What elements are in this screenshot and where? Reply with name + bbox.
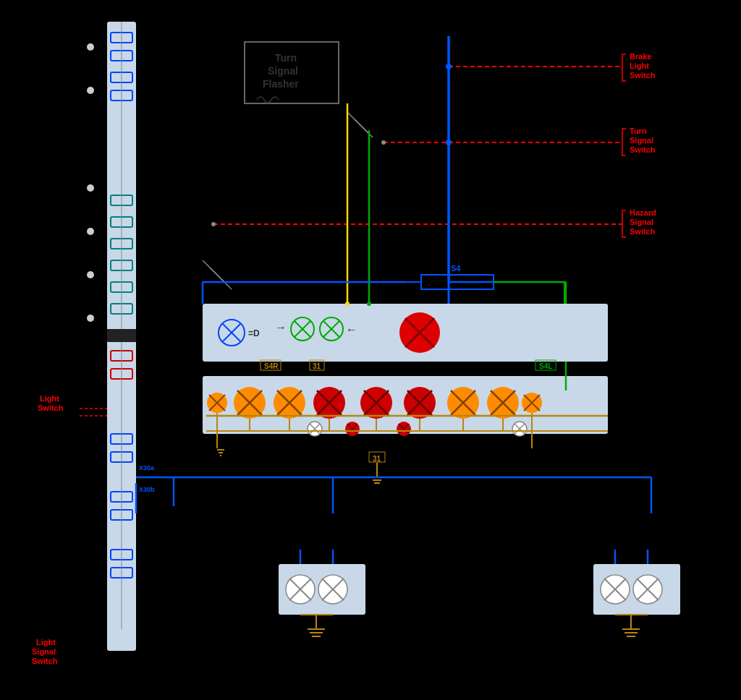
svg-text:31: 31 bbox=[373, 455, 381, 463]
svg-point-176 bbox=[345, 302, 350, 306]
svg-text:Switch: Switch bbox=[38, 404, 64, 412]
svg-text:Light: Light bbox=[630, 61, 649, 70]
svg-text:Turn: Turn bbox=[630, 127, 647, 135]
svg-text:X30a: X30a bbox=[139, 464, 155, 471]
svg-text:Flasher: Flasher bbox=[263, 78, 299, 90]
svg-text:31: 31 bbox=[313, 362, 321, 370]
svg-text:Switch: Switch bbox=[630, 71, 656, 80]
svg-text:S4R: S4R bbox=[264, 362, 279, 370]
svg-text:Light: Light bbox=[40, 394, 59, 403]
svg-text:←: ← bbox=[346, 323, 357, 336]
svg-point-2 bbox=[87, 43, 94, 51]
svg-text:S4L: S4L bbox=[539, 362, 552, 370]
svg-point-45 bbox=[381, 140, 386, 145]
svg-point-5 bbox=[87, 228, 94, 235]
svg-text:Signal: Signal bbox=[630, 136, 653, 145]
svg-text:Signal: Signal bbox=[630, 218, 653, 226]
svg-text:Signal: Signal bbox=[32, 647, 56, 656]
svg-text:Hazard: Hazard bbox=[630, 208, 656, 217]
svg-text:Light: Light bbox=[36, 638, 56, 646]
svg-text:Signal: Signal bbox=[268, 65, 298, 77]
wiring-diagram: Turn Signal Flasher Brake Light Switch T… bbox=[0, 0, 741, 700]
svg-text:S4: S4 bbox=[451, 264, 461, 273]
svg-text:Turn: Turn bbox=[275, 52, 297, 64]
svg-point-4 bbox=[87, 184, 94, 192]
svg-text:Brake: Brake bbox=[630, 52, 652, 61]
svg-point-6 bbox=[87, 271, 94, 278]
svg-point-47 bbox=[211, 222, 216, 226]
svg-text:→: → bbox=[275, 321, 287, 333]
svg-text:Switch: Switch bbox=[630, 145, 656, 154]
svg-point-7 bbox=[87, 315, 94, 322]
svg-text:Switch: Switch bbox=[32, 657, 58, 665]
svg-text:=D: =D bbox=[248, 328, 260, 338]
svg-point-3 bbox=[87, 87, 94, 94]
svg-rect-18 bbox=[107, 329, 136, 342]
svg-point-177 bbox=[367, 302, 371, 306]
svg-text:Switch: Switch bbox=[630, 227, 656, 236]
svg-text:X30b: X30b bbox=[139, 486, 155, 493]
